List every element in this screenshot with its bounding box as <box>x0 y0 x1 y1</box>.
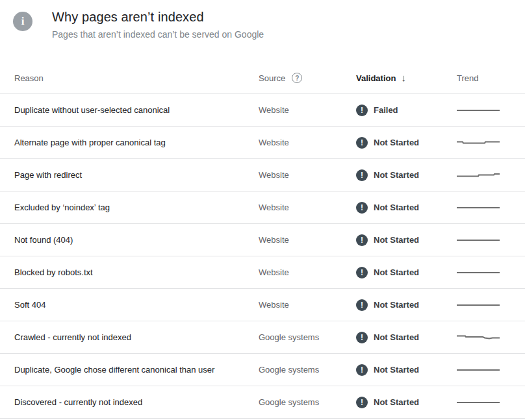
source-cell: Google systems <box>259 397 356 407</box>
source-cell: Website <box>259 267 356 277</box>
validation-label: Not Started <box>374 170 419 180</box>
reason-cell: Alternate page with proper canonical tag <box>14 138 259 147</box>
validation-status: ! Not Started <box>356 202 457 214</box>
validation-label: Not Started <box>374 267 419 277</box>
table-row[interactable]: Duplicate without user-selected canonica… <box>0 94 525 127</box>
table-row[interactable]: Not found (404) Website ! Not Started <box>0 224 525 256</box>
table-body: Duplicate without user-selected canonica… <box>0 94 525 419</box>
validation-label: Failed <box>374 105 398 115</box>
validation-status: ! Not Started <box>356 169 457 181</box>
validation-label: Not Started <box>374 397 419 407</box>
table-header-row: Reason Source ? Validation ↓ Trend <box>0 62 525 94</box>
validation-status: ! Not Started <box>356 397 457 408</box>
trend-sparkline <box>457 365 512 375</box>
page-subtitle: Pages that aren’t indexed can’t be serve… <box>52 29 264 40</box>
exclamation-icon: ! <box>356 364 368 376</box>
trend-sparkline <box>457 236 512 245</box>
trend-sparkline <box>457 106 512 115</box>
validation-label: Not Started <box>374 235 419 245</box>
table-row[interactable]: Discovered - currently not indexed Googl… <box>0 386 525 419</box>
trend-sparkline <box>457 333 512 342</box>
table-row[interactable]: Blocked by robots.txt Website ! Not Star… <box>0 256 525 289</box>
validation-label: Not Started <box>374 365 419 375</box>
reason-cell: Page with redirect <box>14 170 259 180</box>
reason-cell: Duplicate, Google chose different canoni… <box>14 365 259 375</box>
trend-sparkline <box>457 138 512 147</box>
sort-descending-icon: ↓ <box>401 72 406 83</box>
validation-status: ! Not Started <box>356 364 457 376</box>
column-header-source: Source <box>259 73 285 83</box>
source-cell: Website <box>259 235 356 245</box>
validation-status: ! Failed <box>356 105 457 116</box>
exclamation-icon: ! <box>356 234 368 246</box>
table-row[interactable]: Alternate page with proper canonical tag… <box>0 127 525 159</box>
source-cell: Website <box>259 138 356 147</box>
table-row[interactable]: Excluded by ‘noindex’ tag Website ! Not … <box>0 191 525 224</box>
validation-label: Not Started <box>374 203 419 212</box>
page-header: i Why pages aren’t indexed Pages that ar… <box>0 0 525 40</box>
validation-status: ! Not Started <box>356 234 457 246</box>
validation-status: ! Not Started <box>356 137 457 149</box>
column-header-reason: Reason <box>14 73 259 83</box>
source-cell: Website <box>259 203 356 212</box>
reason-cell: Crawled - currently not indexed <box>14 332 259 342</box>
exclamation-icon: ! <box>356 332 368 343</box>
reason-cell: Not found (404) <box>14 235 259 245</box>
reason-cell: Soft 404 <box>14 300 259 310</box>
source-cell: Google systems <box>259 365 356 375</box>
exclamation-icon: ! <box>356 137 368 149</box>
exclamation-icon: ! <box>356 299 368 311</box>
trend-sparkline <box>457 301 512 310</box>
exclamation-icon: ! <box>356 169 368 181</box>
table-row[interactable]: Duplicate, Google chose different canoni… <box>0 354 525 386</box>
source-cell: Google systems <box>259 332 356 342</box>
reason-cell: Discovered - currently not indexed <box>14 397 259 407</box>
exclamation-icon: ! <box>356 397 368 408</box>
source-cell: Website <box>259 300 356 310</box>
trend-sparkline <box>457 268 512 277</box>
exclamation-icon: ! <box>356 267 368 278</box>
issues-table: Reason Source ? Validation ↓ Trend Dupli… <box>0 62 525 419</box>
exclamation-icon: ! <box>356 202 368 214</box>
validation-label: Not Started <box>374 332 419 342</box>
table-row[interactable]: Soft 404 Website ! Not Started <box>0 289 525 321</box>
table-row[interactable]: Page with redirect Website ! Not Started <box>0 159 525 191</box>
validation-label: Not Started <box>374 138 419 147</box>
table-row[interactable]: Crawled - currently not indexed Google s… <box>0 321 525 354</box>
reason-cell: Excluded by ‘noindex’ tag <box>14 203 259 212</box>
page-title: Why pages aren’t indexed <box>52 10 264 25</box>
source-cell: Website <box>259 105 356 115</box>
validation-label: Not Started <box>374 300 419 310</box>
trend-sparkline <box>457 203 512 212</box>
validation-status: ! Not Started <box>356 332 457 343</box>
help-icon[interactable]: ? <box>292 73 302 83</box>
source-cell: Website <box>259 170 356 180</box>
reason-cell: Duplicate without user-selected canonica… <box>14 105 259 115</box>
trend-sparkline <box>457 171 512 180</box>
exclamation-icon: ! <box>356 105 368 116</box>
reason-cell: Blocked by robots.txt <box>14 267 259 277</box>
trend-sparkline <box>457 398 512 407</box>
validation-status: ! Not Started <box>356 299 457 311</box>
validation-status: ! Not Started <box>356 267 457 278</box>
info-icon: i <box>13 12 32 31</box>
column-header-validation[interactable]: Validation ↓ <box>356 73 457 84</box>
column-header-trend: Trend <box>457 73 512 83</box>
